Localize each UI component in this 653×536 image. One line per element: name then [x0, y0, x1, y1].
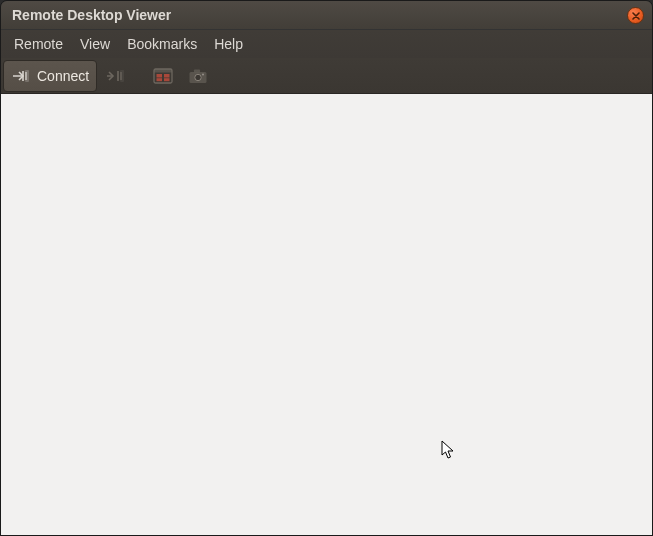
- connect-button[interactable]: Connect: [3, 60, 97, 92]
- menu-view[interactable]: View: [72, 33, 118, 55]
- fullscreen-icon: [153, 66, 173, 86]
- menu-bookmarks[interactable]: Bookmarks: [119, 33, 205, 55]
- close-icon: [632, 12, 640, 20]
- svg-rect-7: [164, 78, 170, 81]
- svg-rect-3: [154, 69, 172, 73]
- menu-help[interactable]: Help: [206, 33, 251, 55]
- window-frame: Remote Desktop Viewer Remote View Bookma…: [0, 0, 653, 536]
- svg-rect-6: [157, 78, 163, 81]
- close-button[interactable]: [627, 7, 644, 24]
- connect-icon: [11, 66, 31, 86]
- toolbar: Connect: [1, 58, 652, 94]
- svg-rect-9: [194, 69, 200, 72]
- disconnect-icon: [105, 66, 125, 86]
- svg-rect-4: [157, 74, 163, 78]
- content-area: [1, 94, 652, 535]
- disconnect-button: [98, 60, 132, 92]
- svg-point-11: [202, 73, 204, 75]
- cursor-icon: [441, 440, 455, 460]
- menubar: Remote View Bookmarks Help: [1, 30, 652, 58]
- camera-icon: [188, 66, 208, 86]
- screenshot-button: [181, 60, 215, 92]
- window-title: Remote Desktop Viewer: [12, 7, 171, 23]
- menu-remote[interactable]: Remote: [6, 33, 71, 55]
- svg-rect-5: [164, 74, 170, 78]
- titlebar[interactable]: Remote Desktop Viewer: [1, 1, 652, 30]
- connect-label: Connect: [37, 68, 89, 84]
- svg-point-10: [195, 74, 201, 80]
- fullscreen-button: [146, 60, 180, 92]
